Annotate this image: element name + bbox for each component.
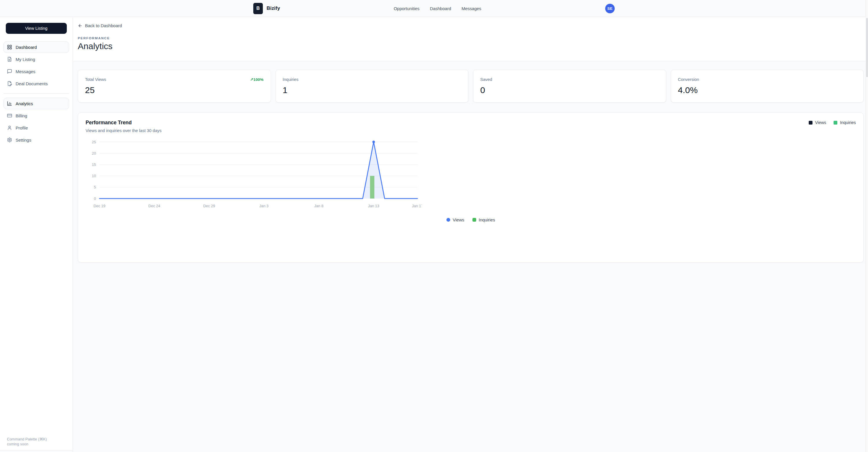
brand[interactable]: B Bizify xyxy=(253,3,280,14)
sidebar-item-label: My Listing xyxy=(16,57,35,62)
bar-chart-icon xyxy=(7,101,12,106)
stat-card-total-views: Total Views ↗100% 25 xyxy=(78,70,271,103)
sidebar-item-analytics[interactable]: Analytics xyxy=(3,98,69,109)
svg-text:Dec 24: Dec 24 xyxy=(148,204,160,208)
svg-text:5: 5 xyxy=(94,185,96,189)
arrow-left-icon xyxy=(78,24,83,28)
trend-up-badge: ↗100% xyxy=(250,77,264,82)
svg-text:25: 25 xyxy=(92,140,96,144)
gear-icon xyxy=(7,137,12,142)
user-icon xyxy=(7,125,12,130)
sidebar: View Listing Dashboard My Listing Messag… xyxy=(0,17,73,226)
main-content: Back to Dashboard PERFORMANCE Analytics … xyxy=(73,17,434,226)
svg-text:Jan 3: Jan 3 xyxy=(259,204,269,208)
sidebar-item-settings[interactable]: Settings xyxy=(3,134,69,146)
svg-text:15: 15 xyxy=(92,162,96,167)
performance-trend-card: Performance Trend Views and inquiries ov… xyxy=(78,112,434,226)
view-listing-button[interactable]: View Listing xyxy=(6,23,67,34)
page-title: Analytics xyxy=(78,41,434,51)
brand-logo-icon: B xyxy=(253,3,263,14)
performance-trend-chart[interactable]: 0510152025Dec 19Dec 24Dec 29Jan 3Jan 8Ja… xyxy=(86,139,422,211)
svg-text:Jan 13: Jan 13 xyxy=(368,204,379,208)
nav-link-opportunities[interactable]: Opportunities xyxy=(394,6,420,11)
sidebar-item-billing[interactable]: Billing xyxy=(3,110,69,121)
sidebar-item-label: Profile xyxy=(16,125,28,130)
chart-legend-bottom: Views Inquiries xyxy=(86,217,434,222)
sidebar-item-my-listing[interactable]: My Listing xyxy=(3,54,69,65)
sidebar-item-label: Billing xyxy=(16,113,27,118)
sidebar-item-profile[interactable]: Profile xyxy=(3,122,69,133)
brand-name: Bizify xyxy=(267,5,280,11)
back-link-label: Back to Dashboard xyxy=(85,23,122,28)
file-text-icon xyxy=(7,57,12,62)
svg-text:Jan 8: Jan 8 xyxy=(314,204,323,208)
sidebar-item-messages[interactable]: Messages xyxy=(3,66,69,77)
sidebar-item-label: Deal Documents xyxy=(16,81,48,86)
svg-text:20: 20 xyxy=(92,151,96,156)
sidebar-menu-primary: Dashboard My Listing Messages Deal Docum… xyxy=(0,41,72,89)
sidebar-item-label: Dashboard xyxy=(16,45,37,50)
back-to-dashboard-link[interactable]: Back to Dashboard xyxy=(78,23,122,28)
svg-text:10: 10 xyxy=(92,174,96,178)
sidebar-menu-secondary: Analytics Billing Profile Settings xyxy=(0,98,72,146)
file-pen-icon xyxy=(7,81,12,86)
sidebar-item-label: Messages xyxy=(16,69,35,74)
stat-value: 1 xyxy=(283,85,434,95)
dashboard-grid-icon xyxy=(7,44,12,50)
sidebar-item-label: Settings xyxy=(16,137,31,142)
stat-label: Total Views xyxy=(85,77,106,82)
sidebar-item-deal-documents[interactable]: Deal Documents xyxy=(3,78,69,89)
chart-title: Performance Trend xyxy=(86,120,162,126)
stat-label: Inquiries xyxy=(283,77,299,82)
stats-row: Total Views ↗100% 25 Inquiries 1 Saved 0… xyxy=(78,70,434,103)
top-navbar: B Bizify Opportunities Dashboard Message… xyxy=(0,0,434,17)
credit-card-icon xyxy=(7,113,12,118)
svg-text:Jan 17: Jan 17 xyxy=(412,204,422,208)
svg-text:Dec 19: Dec 19 xyxy=(93,204,105,208)
chart-subtitle: Views and inquiries over the last 30 day… xyxy=(86,128,162,133)
sidebar-item-dashboard[interactable]: Dashboard xyxy=(3,41,69,53)
sidebar-item-label: Analytics xyxy=(16,101,33,106)
top-nav-links: Opportunities Dashboard Messages xyxy=(394,6,434,11)
svg-text:Dec 29: Dec 29 xyxy=(203,204,215,208)
nav-link-dashboard[interactable]: Dashboard xyxy=(430,6,434,11)
sidebar-divider xyxy=(3,93,69,94)
chat-bubble-icon xyxy=(7,69,12,74)
page-header: Back to Dashboard PERFORMANCE Analytics xyxy=(73,17,434,61)
stat-card-inquiries: Inquiries 1 xyxy=(276,70,434,103)
svg-text:0: 0 xyxy=(94,196,96,201)
stat-value: 25 xyxy=(85,85,264,95)
page-eyebrow: PERFORMANCE xyxy=(78,36,434,40)
